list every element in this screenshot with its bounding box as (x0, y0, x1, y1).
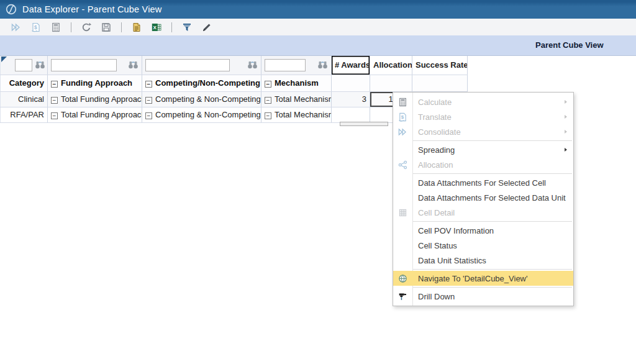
menu-item-data-attachments-data-unit[interactable]: Data Attachments For Selected Data Unit (393, 190, 573, 205)
menu-item-data-attachments-cell[interactable]: Data Attachments For Selected Cell (393, 175, 573, 190)
competing-cell[interactable]: Competing & Non-Competing (142, 91, 261, 107)
filter-row: # Awards Allocation Success Rate (1, 56, 468, 75)
category-cell[interactable]: RFA/PAR (1, 107, 48, 122)
cell-grid-icon (393, 208, 412, 217)
filter-funnel-icon (182, 22, 192, 32)
calculator-icon (51, 22, 61, 32)
toolbar-separator (71, 22, 71, 32)
export-excel-button[interactable] (151, 22, 162, 33)
column-header-success-rate[interactable]: Success Rate (412, 56, 468, 75)
toolbar-separator (171, 22, 172, 32)
empty-header-cell (332, 75, 370, 91)
binoculars-icon[interactable] (128, 60, 139, 70)
allocation-share-icon (393, 160, 412, 170)
menu-item-consolidate: Consolidate (393, 124, 573, 139)
context-menu: Calculate Translate Consolidate Spreadin… (393, 92, 574, 306)
calculator-icon (393, 98, 412, 107)
menu-separator (413, 140, 572, 141)
collapse-icon[interactable] (51, 81, 58, 88)
menu-item-allocation: Allocation (393, 157, 573, 172)
column-header-funding[interactable]: Funding Approach (48, 75, 142, 91)
menu-item-cell-pov-information[interactable]: Cell POV Information (393, 223, 573, 238)
menu-item-cell-detail: Cell Detail (393, 205, 573, 220)
menu-item-spreading[interactable]: Spreading (393, 142, 573, 157)
column-header-mechanism[interactable]: Mechanism (261, 75, 332, 91)
consolidate-icon (11, 22, 21, 32)
navigate-globe-icon (393, 274, 412, 283)
collapse-icon[interactable] (265, 97, 271, 104)
mechanism-filter-input[interactable] (265, 59, 306, 71)
funding-cell[interactable]: Total Funding Approach (48, 91, 142, 107)
view-title: Parent Cube View (535, 40, 604, 50)
calculate-button[interactable] (50, 22, 61, 33)
menu-item-drill-down[interactable]: Drill Down (393, 289, 573, 304)
competing-cell[interactable]: Competing & Non-Competing (142, 107, 261, 122)
menu-separator (413, 221, 572, 222)
toolbar-separator (121, 22, 122, 32)
filter-cell-mechanism (261, 56, 332, 75)
consolidate-arrows-icon (393, 127, 412, 137)
menu-item-cell-status[interactable]: Cell Status (393, 238, 573, 253)
menu-separator (413, 173, 572, 174)
funding-cell[interactable]: Total Funding Approach (48, 107, 142, 122)
column-header-awards[interactable]: # Awards (332, 56, 370, 75)
filter-cell-category (1, 56, 48, 75)
category-filter-input[interactable] (15, 59, 32, 71)
collapse-icon[interactable] (265, 112, 271, 119)
collapse-icon[interactable] (145, 112, 152, 119)
collapse-icon[interactable] (51, 97, 58, 104)
refresh-icon (81, 22, 91, 32)
window-titlebar: Data Explorer - Parent Cube View (0, 0, 636, 19)
menu-item-navigate-to-detailcube-view[interactable]: Navigate To 'DetailCube_View' (393, 271, 573, 286)
menu-separator (413, 269, 572, 270)
collapse-icon[interactable] (145, 81, 152, 88)
window-title: Data Explorer - Parent Cube View (22, 4, 162, 14)
toolbar (0, 19, 636, 35)
column-header-allocation[interactable]: Allocation (370, 56, 412, 75)
dimension-header-row: Category Funding Approach Competing/Non-… (1, 75, 468, 91)
menu-item-data-unit-statistics[interactable]: Data Unit Statistics (393, 253, 573, 268)
translate-icon (31, 22, 41, 32)
empty-header-cell (370, 75, 412, 91)
consolidate-button[interactable] (11, 22, 22, 33)
menu-separator (413, 287, 572, 288)
awards-cell[interactable]: 3 (332, 91, 370, 107)
menu-item-calculate: Calculate (393, 94, 573, 109)
binoculars-icon[interactable] (35, 60, 45, 70)
menu-item-translate: Translate (393, 109, 573, 124)
translate-button[interactable] (30, 22, 42, 33)
select-all-corner[interactable] (1, 57, 7, 62)
export-document-button[interactable] (131, 22, 142, 33)
submenu-arrow-icon (565, 130, 567, 134)
pencil-icon (202, 22, 212, 32)
edit-button[interactable] (201, 22, 212, 33)
category-cell[interactable]: Clinical (1, 91, 48, 107)
submenu-arrow-icon (565, 148, 567, 152)
empty-header-cell (412, 75, 468, 91)
cell-cursor-remnant (340, 122, 388, 126)
column-header-competing[interactable]: Competing/Non-Competing (142, 75, 261, 91)
binoculars-icon[interactable] (247, 60, 258, 70)
filter-cell-funding (48, 56, 142, 75)
document-icon (132, 22, 142, 32)
save-button[interactable] (101, 22, 112, 33)
mechanism-cell[interactable]: Total Mechanism (261, 107, 332, 122)
filter-cell-competing (142, 56, 261, 75)
submenu-arrow-icon (565, 100, 567, 104)
onestream-logo-icon (5, 3, 17, 16)
collapse-icon[interactable] (145, 97, 152, 104)
column-header-category[interactable]: Category (1, 75, 48, 91)
excel-icon (152, 22, 161, 32)
collapse-icon[interactable] (51, 112, 58, 119)
mechanism-cell[interactable]: Total Mechanism (261, 91, 332, 107)
filter-button[interactable] (181, 22, 193, 33)
binoculars-icon[interactable] (317, 60, 328, 70)
awards-cell[interactable] (332, 107, 370, 122)
view-title-band: Parent Cube View (0, 35, 636, 56)
drill-icon (393, 292, 412, 301)
refresh-button[interactable] (81, 22, 92, 33)
collapse-icon[interactable] (265, 81, 271, 88)
competing-filter-input[interactable] (145, 59, 230, 71)
translate-document-icon (393, 112, 412, 122)
funding-filter-input[interactable] (51, 59, 117, 71)
